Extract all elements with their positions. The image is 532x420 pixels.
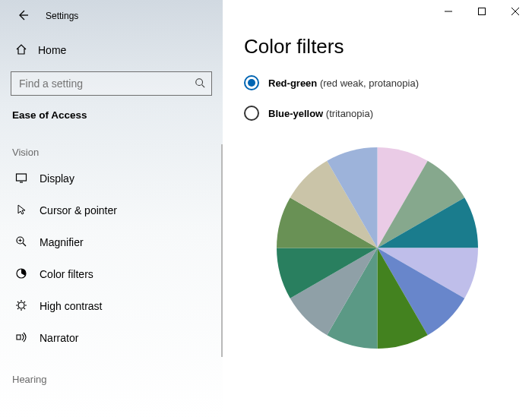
minimize-button[interactable]	[432, 0, 465, 23]
search-icon	[188, 77, 211, 90]
back-button[interactable]	[17, 9, 29, 24]
search-input[interactable]	[11, 77, 188, 90]
section-vision: Vision	[0, 121, 223, 163]
home-icon	[14, 43, 29, 58]
sidebar: Settings Home Ease of Access Vision Disp…	[0, 0, 223, 420]
sidebar-item-magnifier[interactable]: Magnifier	[0, 226, 223, 258]
app-title: Settings	[46, 11, 78, 21]
svg-rect-6	[479, 8, 486, 15]
category-heading: Ease of Access	[0, 96, 223, 121]
magnifier-icon	[14, 235, 29, 250]
close-icon	[511, 8, 519, 15]
sidebar-item-home[interactable]: Home	[0, 35, 223, 65]
maximize-icon	[478, 8, 486, 15]
maximize-button[interactable]	[465, 0, 499, 23]
radio-indicator-icon	[244, 75, 259, 90]
sidebar-item-display[interactable]: Display	[0, 163, 223, 194]
svg-point-4	[18, 302, 24, 308]
home-label: Home	[38, 44, 66, 56]
narrator-icon	[14, 331, 29, 346]
main-content: Color filters Red-green (red weak, prota…	[223, 0, 532, 420]
titlebar: Settings	[0, 0, 223, 26]
window-controls	[432, 0, 532, 23]
nav-label: High contrast	[40, 300, 102, 312]
display-icon	[14, 172, 29, 186]
radio-red-green[interactable]: Red-green (red weak, protanopia)	[244, 75, 511, 90]
nav-label: Color filters	[40, 268, 93, 280]
radio-indicator-icon	[244, 106, 259, 121]
back-arrow-icon	[17, 9, 29, 21]
color-wheel-preview	[244, 147, 511, 351]
nav-label: Cursor & pointer	[40, 204, 117, 216]
svg-rect-1	[17, 174, 27, 181]
nav-label: Display	[40, 172, 74, 185]
color-wheel-chart	[277, 147, 478, 349]
nav-label: Magnifier	[40, 236, 84, 248]
sidebar-item-high-contrast[interactable]: High contrast	[0, 290, 223, 322]
sidebar-item-narrator[interactable]: Narrator	[0, 322, 223, 354]
search-box[interactable]	[11, 71, 212, 96]
nav-list: Display Cursor & pointer Magnifier Color…	[0, 163, 223, 354]
high-contrast-icon	[14, 299, 29, 314]
svg-rect-5	[17, 335, 21, 339]
svg-point-0	[196, 78, 203, 85]
page-title: Color filters	[244, 35, 511, 58]
minimize-icon	[445, 8, 452, 15]
nav-label: Narrator	[40, 332, 78, 344]
radio-label: Blue-yellow (tritanopia)	[268, 108, 373, 119]
radio-blue-yellow[interactable]: Blue-yellow (tritanopia)	[244, 106, 511, 121]
sidebar-item-color-filters[interactable]: Color filters	[0, 258, 223, 290]
color-filter-options: Red-green (red weak, protanopia) Blue-ye…	[244, 75, 511, 121]
radio-label: Red-green (red weak, protanopia)	[268, 77, 419, 89]
sidebar-item-cursor-pointer[interactable]: Cursor & pointer	[0, 194, 223, 226]
cursor-icon	[14, 204, 29, 218]
color-filters-icon	[14, 267, 29, 282]
close-button[interactable]	[499, 0, 532, 23]
section-hearing: Hearing	[0, 354, 223, 390]
